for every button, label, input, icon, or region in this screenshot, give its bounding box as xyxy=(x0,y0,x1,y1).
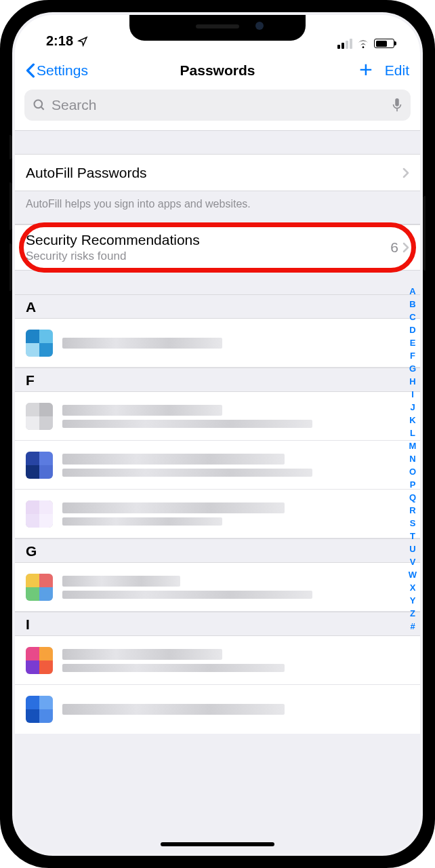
power-button xyxy=(423,196,427,271)
autofill-passwords-row[interactable]: AutoFill Passwords xyxy=(15,155,420,191)
redacted-text xyxy=(62,338,409,349)
list-item[interactable] xyxy=(15,319,420,368)
cellular-icon xyxy=(337,39,352,49)
list-item[interactable] xyxy=(15,636,420,685)
chevron-right-icon xyxy=(402,167,409,178)
redacted-text xyxy=(62,454,409,477)
svg-line-1 xyxy=(41,107,44,110)
mic-icon[interactable] xyxy=(392,98,402,113)
list-item[interactable] xyxy=(15,490,420,538)
search-icon xyxy=(33,98,46,112)
phone-frame: 2:18 Settings Passwords + Edit xyxy=(0,0,435,868)
back-label: Settings xyxy=(37,62,88,79)
section-header: F xyxy=(15,368,420,392)
status-time: 2:18 xyxy=(46,33,73,49)
svg-rect-2 xyxy=(395,98,399,106)
site-favicon xyxy=(26,696,53,723)
site-favicon xyxy=(26,500,53,528)
redacted-text xyxy=(62,405,409,428)
password-list[interactable]: A F xyxy=(15,295,420,734)
spacer xyxy=(15,130,420,155)
alpha-index[interactable]: A B C D E F G H I J K L M N O P Q R S T xyxy=(407,285,419,633)
list-item[interactable] xyxy=(15,441,420,490)
autofill-note: AutoFill helps you sign into apps and we… xyxy=(15,191,420,224)
home-indicator[interactable] xyxy=(161,842,274,846)
back-button[interactable]: Settings xyxy=(26,62,88,79)
wifi-icon xyxy=(356,38,370,49)
site-favicon xyxy=(26,647,53,674)
security-recommendations-row[interactable]: Security Recommendations Security risks … xyxy=(15,224,420,271)
list-item[interactable] xyxy=(15,563,420,612)
search-placeholder: Search xyxy=(51,97,386,113)
chevron-right-icon xyxy=(402,242,409,253)
security-subtitle: Security risks found xyxy=(26,250,390,263)
chevron-left-icon xyxy=(26,63,35,78)
redacted-text xyxy=(62,649,409,672)
autofill-label: AutoFill Passwords xyxy=(26,165,402,181)
notch xyxy=(129,15,306,41)
site-favicon xyxy=(26,403,53,430)
screen: 2:18 Settings Passwords + Edit xyxy=(15,15,420,853)
redacted-text xyxy=(62,576,409,599)
location-icon xyxy=(77,36,88,47)
spacer xyxy=(15,271,420,295)
section-header: A xyxy=(15,295,420,319)
redacted-text xyxy=(62,502,409,526)
redacted-text xyxy=(62,704,409,715)
list-item[interactable] xyxy=(15,392,420,441)
search-container: Search xyxy=(15,88,420,130)
site-favicon xyxy=(26,574,53,601)
svg-point-0 xyxy=(35,100,43,108)
section-header: G xyxy=(15,538,420,563)
edit-button[interactable]: Edit xyxy=(385,62,409,79)
navigation-bar: Settings Passwords + Edit xyxy=(15,53,420,88)
search-input[interactable]: Search xyxy=(24,90,411,121)
site-favicon xyxy=(26,452,53,479)
security-title: Security Recommendations xyxy=(26,232,390,248)
list-item[interactable] xyxy=(15,685,420,734)
security-count: 6 xyxy=(390,239,398,256)
battery-icon xyxy=(374,39,394,48)
site-favicon xyxy=(26,330,53,357)
section-header: I xyxy=(15,612,420,636)
